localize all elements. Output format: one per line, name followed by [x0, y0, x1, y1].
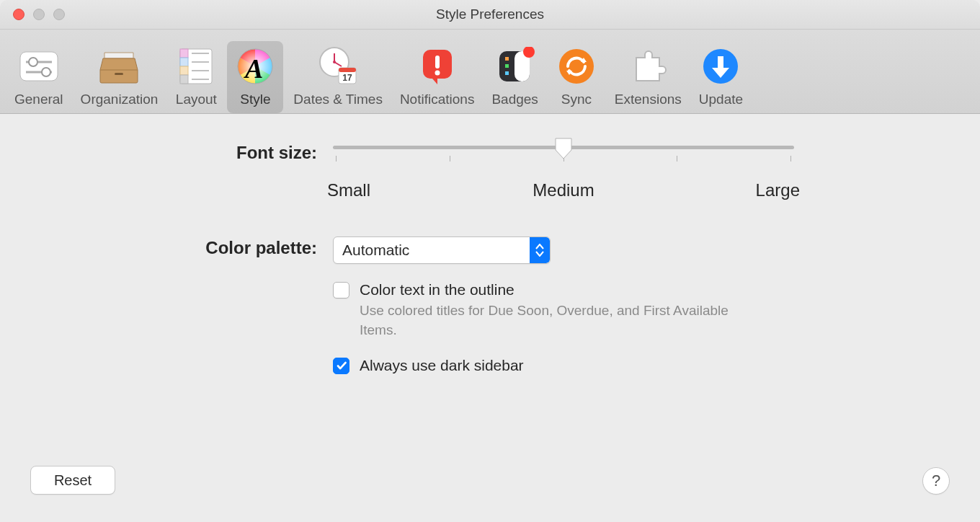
help-button[interactable]: ? [922, 467, 950, 495]
tab-label: Badges [491, 92, 538, 107]
preferences-toolbar: General Organization [0, 30, 980, 114]
color-text-description: Use colored titles for Due Soon, Overdue… [360, 301, 749, 340]
tab-style[interactable]: A Style [227, 41, 283, 113]
svg-text:A: A [244, 53, 263, 84]
dark-sidebar-row: Always use dark sidebar [333, 357, 937, 374]
tab-notifications[interactable]: Notifications [393, 41, 482, 113]
tab-label: Layout [176, 92, 217, 107]
tab-organization[interactable]: Organization [74, 41, 166, 113]
help-button-label: ? [932, 472, 940, 490]
style-icon: A [234, 45, 276, 87]
tab-update[interactable]: Update [692, 41, 750, 113]
tab-extensions[interactable]: Extensions [607, 41, 689, 113]
font-size-slider[interactable]: Small Medium Large [333, 141, 794, 200]
tab-label: General [14, 92, 63, 107]
color-palette-value: Automatic [334, 242, 530, 259]
clock-calendar-icon: 17 [317, 45, 359, 87]
window-title: Style Preferences [0, 6, 980, 22]
popup-arrows-icon [530, 237, 550, 263]
svg-point-21 [333, 61, 336, 63]
reset-button-label: Reset [54, 472, 92, 489]
puzzle-icon [627, 45, 669, 87]
tab-label: Sync [561, 92, 592, 107]
svg-point-34 [559, 49, 594, 84]
style-pane: Font size: S [0, 112, 980, 522]
tab-dates-times[interactable]: 17 Dates & Times [286, 41, 390, 113]
svg-rect-31 [505, 71, 509, 75]
tab-sync[interactable]: Sync [548, 41, 605, 113]
font-size-label: Font size: [0, 141, 333, 164]
reset-button[interactable]: Reset [30, 466, 115, 495]
titlebar: Style Preferences [0, 0, 980, 30]
svg-rect-23 [339, 68, 356, 72]
color-text-label[interactable]: Color text in the outline [360, 281, 514, 298]
tab-layout[interactable]: Layout [168, 41, 224, 113]
dark-sidebar-checkbox[interactable] [333, 358, 349, 374]
svg-rect-30 [505, 64, 509, 68]
dark-sidebar-label[interactable]: Always use dark sidebar [360, 357, 524, 374]
tab-label: Update [699, 92, 743, 107]
svg-rect-9 [180, 66, 188, 75]
layout-icon [175, 45, 217, 87]
slider-label-small: Small [327, 180, 414, 200]
tab-general[interactable]: General [7, 41, 71, 113]
color-palette-row: Color palette: Automatic Color text in t… [0, 236, 980, 374]
sliders-icon [18, 45, 60, 87]
svg-rect-29 [505, 57, 509, 61]
slider-thumb[interactable] [554, 137, 573, 159]
color-palette-popup[interactable]: Automatic [333, 236, 551, 264]
download-icon [700, 45, 741, 87]
alert-icon [416, 45, 458, 87]
color-text-checkbox[interactable] [333, 282, 349, 298]
svg-rect-36 [718, 56, 723, 68]
sync-icon [556, 45, 597, 87]
slider-label-medium: Medium [520, 180, 607, 200]
svg-point-2 [29, 58, 37, 66]
tab-label: Extensions [615, 92, 682, 107]
color-palette-label: Color palette: [0, 236, 333, 260]
svg-text:17: 17 [342, 73, 352, 83]
slider-labels: Small Medium Large [333, 180, 794, 200]
badges-icon [494, 45, 536, 87]
font-size-row: Font size: S [0, 141, 980, 200]
tab-badges[interactable]: Badges [484, 41, 545, 113]
style-preferences-window: Style Preferences General [0, 0, 980, 522]
tab-label: Style [240, 92, 270, 107]
tab-label: Dates & Times [293, 92, 383, 107]
slider-label-large: Large [713, 180, 800, 200]
svg-rect-0 [20, 52, 58, 81]
svg-point-4 [42, 68, 50, 76]
tab-label: Organization [81, 92, 159, 107]
svg-rect-7 [180, 49, 188, 58]
svg-point-27 [435, 71, 440, 76]
svg-rect-10 [180, 75, 188, 84]
drawer-icon [98, 45, 140, 87]
color-text-row: Color text in the outline [333, 281, 937, 298]
svg-rect-26 [435, 56, 440, 68]
tab-label: Notifications [400, 92, 475, 107]
svg-rect-5 [115, 73, 123, 75]
svg-rect-8 [180, 58, 188, 66]
